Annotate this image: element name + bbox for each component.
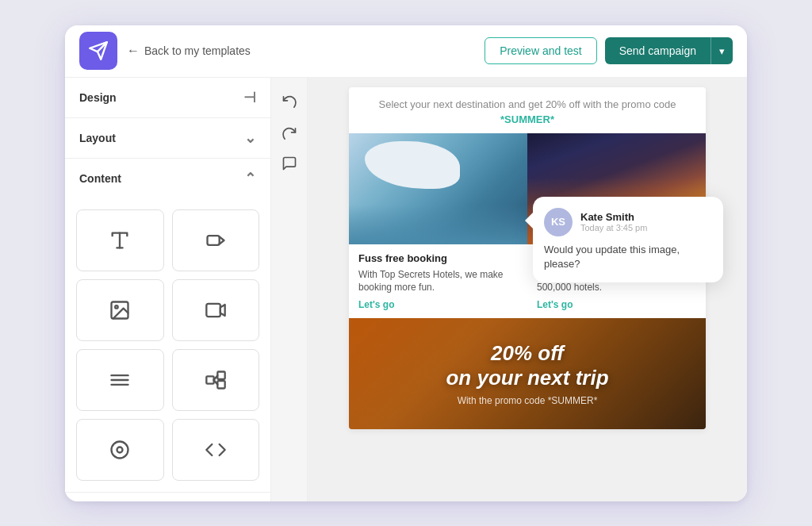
card2-link[interactable]: Let's go bbox=[537, 299, 696, 310]
avatar: KS bbox=[544, 208, 573, 236]
app-window: ← Back to my templates Preview and test … bbox=[65, 25, 747, 501]
promo-code: *SUMMER* bbox=[349, 113, 706, 133]
sidebar-item-layout[interactable]: Layout ⌄ bbox=[65, 118, 270, 158]
email-banner: 20% offon your next trip With the promo … bbox=[349, 318, 706, 429]
comment-bubble: KS Kate Smith Today at 3:45 pm Would you… bbox=[533, 197, 723, 282]
design-icon: ⊣ bbox=[243, 89, 256, 106]
comments-button[interactable] bbox=[275, 149, 304, 178]
svg-marker-7 bbox=[220, 305, 225, 316]
back-arrow-icon: ← bbox=[127, 44, 140, 58]
glacier-image bbox=[349, 133, 527, 244]
header-actions: Preview and test Send campaign ▾ bbox=[485, 37, 733, 64]
html-block[interactable] bbox=[172, 419, 260, 481]
content-section: Content ⌃ bbox=[65, 159, 270, 493]
header: ← Back to my templates Preview and test … bbox=[65, 25, 747, 78]
send-dropdown-button[interactable]: ▾ bbox=[710, 37, 733, 64]
comment-name: Kate Smith bbox=[580, 211, 647, 223]
comment-time: Today at 3:45 pm bbox=[580, 223, 647, 232]
text-block[interactable] bbox=[76, 209, 164, 271]
back-link[interactable]: ← Back to my templates bbox=[127, 44, 475, 58]
email-canvas[interactable]: Select your next destination and get 20%… bbox=[308, 78, 747, 501]
tools-column bbox=[271, 78, 308, 501]
undo-button[interactable] bbox=[275, 86, 304, 114]
send-campaign-button[interactable]: Send campaign bbox=[605, 37, 710, 64]
sidebar-item-design[interactable]: Design ⊣ bbox=[65, 78, 270, 117]
layout-chevron-icon: ⌄ bbox=[244, 129, 256, 147]
video-block[interactable] bbox=[172, 279, 260, 341]
design-label: Design bbox=[79, 91, 117, 104]
comment-header: KS Kate Smith Today at 3:45 pm bbox=[544, 208, 710, 236]
email-top-text: Select your next destination and get 20%… bbox=[349, 87, 706, 113]
send-campaign-group: Send campaign ▾ bbox=[605, 37, 733, 64]
logo-icon bbox=[88, 40, 109, 61]
back-label: Back to my templates bbox=[144, 44, 251, 57]
layout-label: Layout bbox=[79, 132, 116, 144]
sidebar-item-content[interactable]: Content ⌃ bbox=[65, 159, 270, 198]
content-grid bbox=[65, 198, 270, 492]
card1-link[interactable]: Let's go bbox=[358, 299, 518, 310]
social-block[interactable] bbox=[172, 349, 260, 411]
sidebar: Design ⊣ Layout ⌄ Content ⌃ bbox=[65, 78, 271, 501]
email-card-1-body: Fuss free booking With Top Secrets Hotel… bbox=[349, 244, 527, 319]
layout-section: Layout ⌄ bbox=[65, 118, 270, 159]
banner-big-text: 20% offon your next trip bbox=[446, 341, 608, 390]
svg-point-16 bbox=[112, 441, 128, 458]
banner-text: 20% offon your next trip With the promo … bbox=[446, 341, 608, 406]
button-block[interactable] bbox=[172, 209, 260, 271]
social2-block[interactable] bbox=[76, 419, 164, 481]
svg-rect-13 bbox=[217, 381, 224, 388]
svg-rect-12 bbox=[217, 371, 224, 378]
comment-text: Would you update this image, please? bbox=[544, 243, 710, 271]
body: Design ⊣ Layout ⌄ Content ⌃ bbox=[65, 78, 747, 501]
logo bbox=[79, 32, 117, 70]
content-chevron-icon: ⌃ bbox=[244, 170, 256, 187]
comment-meta: Kate Smith Today at 3:45 pm bbox=[580, 211, 647, 232]
divider-block[interactable] bbox=[76, 349, 164, 411]
content-label: Content bbox=[79, 172, 121, 185]
card1-text: With Top Secrets Hotels, we make booking… bbox=[358, 268, 518, 295]
banner-sub-text: With the promo code *SUMMER* bbox=[446, 395, 608, 406]
redo-button[interactable] bbox=[275, 117, 304, 146]
svg-rect-6 bbox=[206, 303, 220, 316]
design-section: Design ⊣ bbox=[65, 78, 270, 118]
email-card-1: Fuss free booking With Top Secrets Hotel… bbox=[349, 133, 527, 319]
svg-rect-3 bbox=[207, 236, 219, 245]
preview-button[interactable]: Preview and test bbox=[485, 37, 597, 64]
svg-rect-11 bbox=[206, 376, 213, 383]
svg-point-5 bbox=[115, 305, 118, 309]
card1-title: Fuss free booking bbox=[358, 252, 518, 264]
svg-point-17 bbox=[117, 447, 123, 452]
image-block[interactable] bbox=[76, 279, 164, 341]
